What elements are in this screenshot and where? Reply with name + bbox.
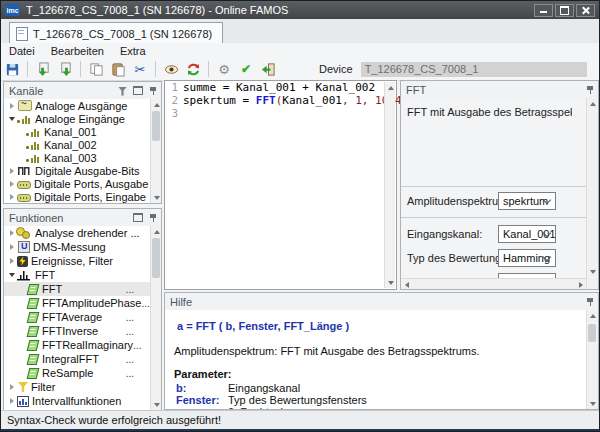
- scroll-down-icon[interactable]: [151, 399, 162, 410]
- scroll-left-icon[interactable]: [401, 279, 412, 289]
- scroll-up-icon[interactable]: [587, 310, 598, 321]
- paste-icon[interactable]: [108, 60, 128, 78]
- tree-item-fftinverse[interactable]: FFTInverse...: [4, 324, 150, 338]
- menu-bearbeiten[interactable]: Bearbeiten: [43, 45, 112, 57]
- tree-item-analoge-ausgaenge[interactable]: Analoge Ausgänge: [4, 99, 150, 112]
- syntax-check-icon[interactable]: ✔: [236, 60, 256, 78]
- eingangskanal-select[interactable]: Kanal_001: [498, 225, 556, 243]
- tree-item-integralfft[interactable]: IntegralFFT...: [4, 352, 150, 366]
- strain-gauge-icon: [18, 241, 30, 253]
- fft-vertical-scrollbar[interactable]: [586, 98, 598, 289]
- cut-icon[interactable]: ✂: [130, 60, 150, 78]
- copy-icon[interactable]: [86, 60, 106, 78]
- tree-item-kanal-002[interactable]: Kanal_002: [4, 138, 150, 151]
- maximize-icon[interactable]: [133, 213, 143, 222]
- hilfe-scrollbar[interactable]: [586, 310, 598, 409]
- code-line-1[interactable]: 1summe = Kanal_001 + Kanal_002: [165, 81, 396, 94]
- funktionen-panel: Funktionen Analyse drehender ... DMS-Mes…: [3, 208, 162, 411]
- funktionen-scrollbar[interactable]: [150, 226, 161, 410]
- chevron-down-icon[interactable]: [541, 254, 553, 264]
- function-dots[interactable]: ...: [133, 340, 150, 351]
- tree-item-intervallfunktionen[interactable]: Intervallfunktionen: [4, 394, 150, 408]
- save-icon[interactable]: [2, 60, 22, 78]
- code-line-2[interactable]: 2spekrtum = FFT(Kanal_001, 1, 1024): [165, 94, 396, 107]
- scrollbar-thumb[interactable]: [152, 111, 160, 141]
- tree-item-digitale-ausgabe-bits[interactable]: Digitale Ausgabe-Bits: [4, 164, 150, 177]
- tree-item-filter[interactable]: Filter: [4, 380, 150, 394]
- expander-icon[interactable]: [7, 230, 16, 236]
- status-message: Syntax-Check wurde erfolgreich ausgeführ…: [7, 414, 221, 426]
- pin-icon[interactable]: [149, 86, 157, 96]
- settings-icon[interactable]: ⚙: [214, 60, 234, 78]
- expander-icon[interactable]: [7, 273, 16, 277]
- code-line-3[interactable]: 3: [165, 107, 396, 120]
- scrollbar-thumb[interactable]: [588, 324, 596, 342]
- menu-datei[interactable]: Datei: [1, 45, 43, 57]
- tree-item-fftrealimaginary[interactable]: FFTRealImaginary...: [4, 338, 150, 352]
- pin-icon[interactable]: [586, 85, 594, 95]
- tree-item-analyse-drehender[interactable]: Analyse drehender ...: [4, 226, 150, 240]
- tree-item-digitale-ports-ausgabe[interactable]: Digitale Ports, Ausgabe: [4, 177, 150, 190]
- fft-horizontal-scrollbar[interactable]: [401, 278, 586, 289]
- scroll-up-icon[interactable]: [587, 98, 598, 109]
- code-editor[interactable]: 1summe = Kanal_001 + Kanal_002 2spekrtum…: [164, 80, 397, 290]
- expander-icon[interactable]: [7, 181, 16, 187]
- pin-icon[interactable]: [149, 213, 157, 223]
- function-dots[interactable]: ...: [126, 312, 150, 323]
- tree-item-fftamplitudephase[interactable]: FFTAmplitudePhase...: [4, 296, 150, 310]
- maximize-button[interactable]: [555, 4, 574, 17]
- tree-item-kanal-003[interactable]: Kanal_003: [4, 151, 150, 164]
- minimize-button[interactable]: [534, 4, 553, 17]
- menu-extra[interactable]: Extra: [112, 45, 154, 57]
- pin-icon[interactable]: [586, 297, 594, 307]
- scroll-down-icon[interactable]: [385, 277, 396, 288]
- maximize-icon[interactable]: [133, 86, 143, 95]
- app-window: imc T_126678_CS_7008_1 (SN 126678) - Onl…: [0, 0, 600, 432]
- tree-item-fft-group[interactable]: FFT: [4, 268, 150, 282]
- expander-icon[interactable]: [7, 258, 16, 264]
- scrollbar-thumb[interactable]: [152, 238, 160, 278]
- scroll-down-icon[interactable]: [587, 398, 598, 409]
- expander-icon[interactable]: [7, 168, 16, 174]
- expander-icon[interactable]: [7, 194, 16, 200]
- function-dots[interactable]: ...: [126, 284, 150, 295]
- filter-icon[interactable]: [118, 87, 127, 96]
- scroll-right-icon[interactable]: [575, 279, 586, 289]
- refresh-icon[interactable]: [183, 60, 203, 78]
- bewertungsfenster-select[interactable]: Hamming: [498, 249, 556, 267]
- tree-item-ereignisse-filter[interactable]: Ereignisse, Filter: [4, 254, 150, 268]
- tree-item-fft-function[interactable]: FFT...: [4, 282, 150, 296]
- tree-item-dms-messung[interactable]: DMS-Messung: [4, 240, 150, 254]
- function-dots[interactable]: ...: [141, 298, 150, 309]
- amplitudenspektrum-select[interactable]: spekrtum: [498, 192, 556, 210]
- tree-item-digitale-ports-eingabe[interactable]: Digitale Ports, Eingabe: [4, 190, 150, 203]
- chevron-down-icon[interactable]: [541, 197, 553, 207]
- tab-bar: T_126678_CS_7008_1 (SN 126678): [1, 19, 599, 44]
- expander-icon[interactable]: [7, 244, 16, 250]
- exit-icon[interactable]: [258, 60, 278, 78]
- function-dots[interactable]: ...: [126, 368, 150, 379]
- expander-icon[interactable]: [7, 103, 16, 109]
- scroll-up-icon[interactable]: [151, 99, 162, 110]
- expander-icon[interactable]: [7, 117, 16, 121]
- scroll-down-icon[interactable]: [587, 266, 598, 277]
- expander-icon[interactable]: [7, 384, 16, 390]
- view-icon[interactable]: [161, 60, 181, 78]
- scroll-down-icon[interactable]: [151, 192, 162, 203]
- editor-scrollbar[interactable]: [384, 82, 395, 288]
- scroll-up-icon[interactable]: [385, 82, 396, 93]
- tree-item-analoge-eingaenge[interactable]: Analoge Eingänge: [4, 112, 150, 125]
- close-button[interactable]: [576, 4, 595, 17]
- tree-item-fftaverage[interactable]: FFTAverage...: [4, 310, 150, 324]
- tree-item-kanal-001[interactable]: Kanal_001: [4, 125, 150, 138]
- function-dots[interactable]: ...: [126, 326, 150, 337]
- expander-icon[interactable]: [7, 398, 16, 404]
- send-to-device-icon[interactable]: [55, 60, 75, 78]
- document-tab[interactable]: T_126678_CS_7008_1 (SN 126678): [9, 22, 223, 44]
- kanaele-scrollbar[interactable]: [150, 99, 161, 203]
- function-dots[interactable]: ...: [126, 354, 150, 365]
- scroll-up-icon[interactable]: [151, 226, 162, 237]
- tree-item-resample[interactable]: ReSample...: [4, 366, 150, 380]
- receive-from-device-icon[interactable]: [33, 60, 53, 78]
- chevron-down-icon[interactable]: [541, 230, 553, 240]
